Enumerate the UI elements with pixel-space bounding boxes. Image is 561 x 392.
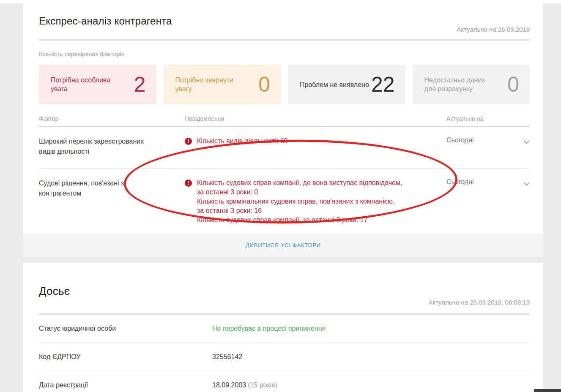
horizontal-scrollbar-thumb[interactable] (534, 389, 561, 392)
stat-value: 0 (258, 72, 270, 97)
factors-table-header: Фактор Повідомлення Актуально на (39, 115, 530, 127)
factor-message: Кількість судових справ компанії, де вон… (197, 178, 402, 225)
divider (39, 39, 530, 41)
stat-cards-row: Потрібна особлива увага 2 Потрібно зверн… (39, 65, 530, 104)
alert-exclamation-icon (185, 180, 192, 187)
company-age-value: (15 років) (248, 381, 277, 389)
stat-label: Проблем не виявлено (300, 80, 369, 89)
previous-card-edge (0, 0, 561, 3)
express-analysis-card: Експрес-аналіз контрагента Актуально на … (23, 3, 543, 257)
stat-card-special-attention[interactable]: Потрібна особлива увага 2 (39, 65, 156, 104)
see-all-factors-band: ДИВИТИСЯ УСІ ФАКТОРИ (23, 234, 543, 257)
header-factor: Фактор (39, 115, 185, 122)
expand-row-button[interactable] (523, 138, 530, 146)
factor-actual-date: Сьогодні (446, 178, 474, 185)
factor-actual-date: Сьогодні (446, 136, 474, 144)
actuality-date: Актуально на 26.09.2018 (457, 26, 530, 34)
chevron-down-icon (523, 140, 530, 144)
dossier-label: Статус юридичної особи (39, 325, 212, 332)
table-row: Судові рішення, пов'язані з контрагентом… (39, 169, 530, 225)
chevron-down-icon (523, 182, 530, 186)
table-row: Широкий перелік зареєстрованих видів дія… (39, 127, 530, 169)
dossier-label: Код ЄДРПОУ (39, 353, 212, 361)
stat-card-needs-attention[interactable]: Потрібно звернути увагу 0 (164, 65, 281, 104)
header-message: Повідомлення (185, 115, 446, 122)
header-actual: Актуально на (446, 115, 508, 122)
legal-status-value: Не перебуває в процесі припинення (212, 325, 326, 332)
dossier-row-edrpou-code: Код ЄДРПОУ 32556142 (39, 343, 530, 371)
dossier-card: Досьє Актуально на 26.09.2018, 06:08:13 … (23, 263, 543, 392)
factor-message: Кількість видів діяльності: 69 (197, 136, 288, 146)
page-title: Експрес-аналіз контрагента (39, 15, 172, 27)
alert-exclamation-icon (185, 138, 192, 145)
dossier-row-legal-status: Статус юридичної особи Не перебуває в пр… (39, 315, 530, 343)
stat-label: Потрібно звернути увагу (175, 76, 247, 93)
dossier-actuality-date: Актуально на 26.09.2018, 06:08:13 (429, 299, 530, 307)
registration-date-value: 18.09.2003 (212, 381, 246, 389)
stat-label: Потрібна особлива увага (51, 76, 123, 93)
edrpou-code-value: 32556142 (212, 353, 242, 361)
dossier-label: Дата реєстрації (39, 381, 212, 389)
checked-factors-label: Кількість перевірених факторів (39, 51, 530, 57)
stat-value: 22 (371, 72, 395, 97)
stat-value: 0 (507, 72, 519, 97)
dossier-title: Досьє (39, 277, 70, 298)
stat-card-insufficient-data[interactable]: Недостатньо даних для розрахунку 0 (413, 65, 530, 104)
factor-name: Широкий перелік зареєстрованих видів дія… (39, 136, 161, 157)
expand-row-button[interactable] (523, 180, 530, 188)
stat-value: 2 (134, 72, 146, 97)
stat-label: Недостатньо даних для розрахунку (424, 76, 496, 93)
stat-card-no-problems[interactable]: Проблем не виявлено 22 (288, 65, 405, 104)
see-all-factors-button[interactable]: ДИВИТИСЯ УСІ ФАКТОРИ (246, 234, 321, 257)
dossier-row-registration-date: Дата реєстрації 18.09.2003 (15 років) (39, 371, 530, 392)
factor-name: Судові рішення, пов'язані з контрагентом (39, 178, 161, 199)
